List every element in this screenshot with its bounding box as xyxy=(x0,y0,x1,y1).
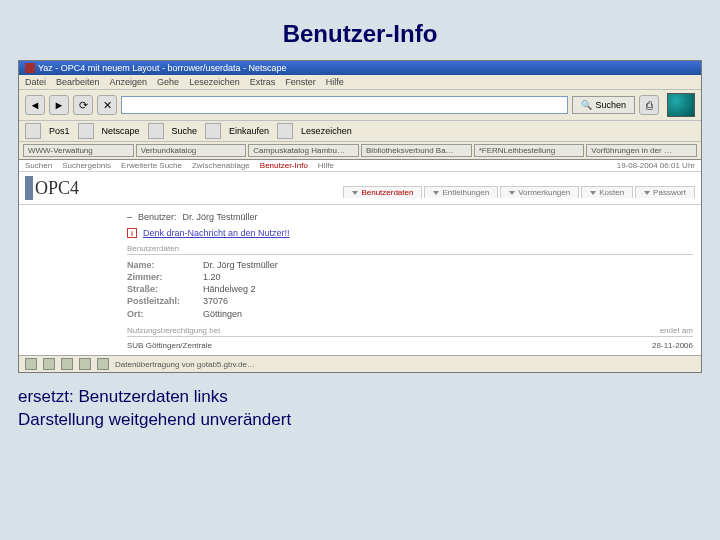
entitlement-row: SUB Göttingen/Zentrale 28-11-2006 xyxy=(127,341,693,350)
left-column xyxy=(19,205,119,355)
menu-help[interactable]: Hilfe xyxy=(326,77,344,87)
subtab-label: Passwort xyxy=(653,188,686,197)
tri-icon xyxy=(644,191,650,195)
info-area: – Benutzer: Dr. Jörg Testmüller i Denk d… xyxy=(119,205,701,355)
kv-row: Name:Dr. Jörg Testmüller xyxy=(127,259,693,271)
alert-icon: i xyxy=(127,228,137,238)
tri-icon xyxy=(509,191,515,195)
search2-icon[interactable] xyxy=(148,123,164,139)
menu-go[interactable]: Gehe xyxy=(157,77,179,87)
section-heading: Benutzerdaten xyxy=(127,244,693,253)
titlebar: Yaz - OPC4 mit neuem Layout - borrower/u… xyxy=(19,61,701,75)
opc-header: OPC4 Benutzerdaten Entleihungen Vormerku… xyxy=(19,172,701,205)
search-button[interactable]: 🔍 Suchen xyxy=(572,96,635,114)
divider xyxy=(127,254,693,255)
browser-window: Yaz - OPC4 mit neuem Layout - borrower/u… xyxy=(18,60,702,373)
opc-logo: OPC4 xyxy=(35,178,79,199)
field-value: Dr. Jörg Testmüller xyxy=(203,259,278,271)
sb-icon xyxy=(97,358,109,370)
opc-subtabs: Benutzerdaten Entleihungen Vormerkungen … xyxy=(337,172,701,198)
search-button-label: Suchen xyxy=(595,100,626,110)
bookmark-tab[interactable]: WWW-Verwaltung xyxy=(23,144,134,157)
alert-link[interactable]: Denk dran-Nachricht an den Nutzer!! xyxy=(143,228,290,238)
kv-row: Zimmer:1.20 xyxy=(127,271,693,283)
field-key: Postleitzahl: xyxy=(127,295,195,307)
menu-extras[interactable]: Extras xyxy=(250,77,276,87)
ent-right-h: endet am xyxy=(660,326,693,335)
user-label: Benutzer: xyxy=(138,212,177,222)
back-icon[interactable]: ◄ xyxy=(25,95,45,115)
note-line: ersetzt: Benutzerdaten links xyxy=(18,385,702,408)
nav-search[interactable]: Suchen xyxy=(25,161,52,170)
opc-bar-icon xyxy=(25,176,33,200)
menu-view[interactable]: Anzeigen xyxy=(110,77,148,87)
subtab-reservations[interactable]: Vormerkungen xyxy=(500,186,579,198)
field-key: Straße: xyxy=(127,283,195,295)
dash-icon: – xyxy=(127,212,132,222)
bookmark-tab[interactable]: Vorführungen in der … xyxy=(586,144,697,157)
subtab-label: Entleihungen xyxy=(442,188,489,197)
bookmarks-bar: WWW-Verwaltung Verbundkatalog Campuskata… xyxy=(19,141,701,159)
divider xyxy=(127,336,693,337)
tb-shop[interactable]: Einkaufen xyxy=(229,126,269,136)
home-icon[interactable] xyxy=(25,123,41,139)
url-input[interactable] xyxy=(121,96,568,114)
bookmark-tab[interactable]: Bibliotheksverbund Ba… xyxy=(361,144,472,157)
field-value: 1.20 xyxy=(203,271,221,283)
field-value: Göttingen xyxy=(203,308,242,320)
netscape-logo-icon xyxy=(667,93,695,117)
slide-title: Benutzer-Info xyxy=(0,0,720,60)
subtab-fees[interactable]: Kosten xyxy=(581,186,633,198)
timestamp: 19-08-2004 06:01 Uhr xyxy=(617,161,695,170)
tb-home[interactable]: Pos1 xyxy=(49,126,70,136)
menubar: Datei Bearbeiten Anzeigen Gehe Lesezeich… xyxy=(19,75,701,89)
bookmark-tab[interactable]: *FERNLeihbestellung xyxy=(474,144,585,157)
field-value: Händelweg 2 xyxy=(203,283,256,295)
tb-bookmarks[interactable]: Lesezeichen xyxy=(301,126,352,136)
subtab-password[interactable]: Passwort xyxy=(635,186,695,198)
menu-edit[interactable]: Bearbeiten xyxy=(56,77,100,87)
nav-userinfo[interactable]: Benutzer-Info xyxy=(260,161,308,170)
tb-search[interactable]: Suche xyxy=(172,126,198,136)
field-key: Zimmer: xyxy=(127,271,195,283)
user-line: – Benutzer: Dr. Jörg Testmüller xyxy=(127,212,693,222)
personal-toolbar: Pos1 Netscape Suche Einkaufen Lesezeiche… xyxy=(19,121,701,141)
kv-row: Postleitzahl:37076 xyxy=(127,295,693,307)
bm-icon[interactable] xyxy=(277,123,293,139)
stop-icon[interactable]: ✕ xyxy=(97,95,117,115)
forward-icon[interactable]: ► xyxy=(49,95,69,115)
field-value: 37076 xyxy=(203,295,228,307)
menu-bookmarks[interactable]: Lesezeichen xyxy=(189,77,240,87)
print-icon[interactable]: ⎙ xyxy=(639,95,659,115)
subtab-userdata[interactable]: Benutzerdaten xyxy=(343,186,422,198)
menu-window[interactable]: Fenster xyxy=(285,77,316,87)
subtab-label: Vormerkungen xyxy=(518,188,570,197)
tri-icon xyxy=(433,191,439,195)
shop-icon[interactable] xyxy=(205,123,221,139)
tri-icon xyxy=(352,191,358,195)
ent-left-h: Nutzungsberechtigung bei xyxy=(127,326,220,335)
main-area: – Benutzer: Dr. Jörg Testmüller i Denk d… xyxy=(19,205,701,355)
tb-netscape[interactable]: Netscape xyxy=(102,126,140,136)
nav-help[interactable]: Hilfe xyxy=(318,161,334,170)
nav-results[interactable]: Suchergebnis xyxy=(62,161,111,170)
subtab-loans[interactable]: Entleihungen xyxy=(424,186,498,198)
nav-clipboard[interactable]: Zwischenablage xyxy=(192,161,250,170)
window-title: Yaz - OPC4 mit neuem Layout - borrower/u… xyxy=(38,63,286,73)
sb-icon xyxy=(43,358,55,370)
sb-icon xyxy=(79,358,91,370)
tri-icon xyxy=(590,191,596,195)
sb-icon xyxy=(61,358,73,370)
nav-advanced[interactable]: Erweiterte Suche xyxy=(121,161,182,170)
user-name: Dr. Jörg Testmüller xyxy=(183,212,258,222)
kv-row: Straße:Händelweg 2 xyxy=(127,283,693,295)
ent-right: 28-11-2006 xyxy=(652,341,693,350)
alert-line: i Denk dran-Nachricht an den Nutzer!! xyxy=(127,228,693,238)
subtab-label: Benutzerdaten xyxy=(361,188,413,197)
reload-icon[interactable]: ⟳ xyxy=(73,95,93,115)
bookmark-tab[interactable]: Verbundkatalog xyxy=(136,144,247,157)
statusbar-text: Datenübertragung von gotab5.gbv.de… xyxy=(115,360,255,369)
menu-file[interactable]: Datei xyxy=(25,77,46,87)
bookmark-tab[interactable]: Campuskatalog Hambu… xyxy=(248,144,359,157)
netscape-icon[interactable] xyxy=(78,123,94,139)
